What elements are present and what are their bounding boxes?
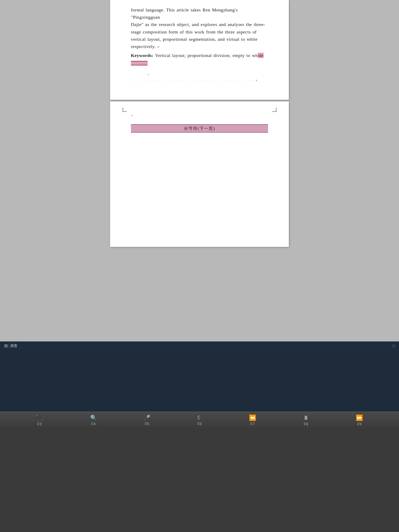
status-text: 能: 调查 [4, 343, 18, 348]
dotted-line-2: · · · · · · · · · · · · · · · · · · · · … [131, 79, 268, 83]
rewind-icon: ⏪ [249, 414, 256, 421]
corner-top-left [123, 108, 127, 112]
microphone-icon: 🎤 [144, 415, 150, 421]
f5-key[interactable]: 🎤 F5 [144, 415, 150, 426]
f7-key[interactable]: ⏪ F7 [249, 414, 256, 426]
highlighted-text: ite [258, 53, 264, 58]
enter-mark: ↵ [131, 114, 133, 117]
keywords-text: Vertical layout; proportional division; … [154, 53, 258, 58]
dotted-content: · · · · · · · · · · · · · · · · · · · · … [131, 79, 258, 83]
text-line-3: stage composition form of this work from… [131, 29, 257, 34]
status-bar: 能: 调查 □ [0, 342, 399, 350]
f5-label: F5 [145, 422, 149, 426]
pages-wrapper: formal language. This article takes Ren … [110, 0, 289, 247]
corner-top-right [272, 108, 276, 112]
dotted-area: · · · · ↵ · · · · · · · · · · · · · · · … [131, 73, 268, 83]
body-text: formal language. This article takes Ren … [131, 6, 268, 83]
keyboard-main-area [0, 429, 399, 532]
f3-label: F3 [38, 422, 42, 426]
brightness-icon: ⬛ [36, 414, 43, 421]
f3-key[interactable]: ⬛ F3 [36, 414, 43, 426]
keywords-line: Keywords: Vertical layout; proportional … [131, 52, 268, 66]
function-keys-row: ⬛ F3 🔍 F4 🎤 F5 ☾ F6 ⏪ F7 ⏸ F8 [0, 412, 399, 429]
f4-label: F4 [91, 422, 95, 426]
page-2: ↵ 分节符(下一页) [110, 101, 289, 247]
f7-label: F7 [250, 422, 255, 426]
f9-key[interactable]: ⏩ F9 [356, 414, 363, 426]
dotted-line-1: · · · · ↵ [131, 73, 268, 77]
page-1: formal language. This article takes Ren … [110, 0, 289, 100]
page-top-content: formal language. This article takes Ren … [110, 0, 289, 100]
f9-label: F9 [357, 422, 361, 426]
section-break-label: 分节符(下一页) [184, 126, 215, 131]
section-break: 分节符(下一页) [131, 124, 268, 133]
keywords-label: Keywords: [131, 53, 154, 58]
moon-icon: ☾ [197, 415, 202, 421]
text-line-5: respectively. [131, 44, 156, 49]
f8-label: F8 [304, 422, 308, 426]
f6-key[interactable]: ☾ F6 [197, 415, 202, 426]
f8-key[interactable]: ⏸ F8 [303, 414, 309, 426]
status-right-icon: □ [393, 344, 395, 348]
fast-forward-icon: ⏩ [356, 414, 363, 421]
page-gap [110, 100, 289, 101]
text-line-4: vertical layout, proportional segmentati… [131, 37, 258, 42]
dark-area [0, 350, 399, 412]
text-line-1: formal language. This article takes Ren … [131, 7, 238, 20]
f4-key[interactable]: 🔍 F4 [90, 415, 97, 426]
search-icon: 🔍 [90, 415, 97, 421]
play-pause-icon: ⏸ [303, 414, 309, 421]
f6-label: F6 [197, 422, 202, 426]
keyboard: ⬛ F3 🔍 F4 🎤 F5 ☾ F6 ⏪ F7 ⏸ F8 [0, 412, 399, 532]
highlight-bar [131, 61, 147, 65]
text-line-2: Dajie" as the research object, and explo… [131, 22, 265, 27]
paragraph-mark-1: ↵ [157, 45, 160, 49]
